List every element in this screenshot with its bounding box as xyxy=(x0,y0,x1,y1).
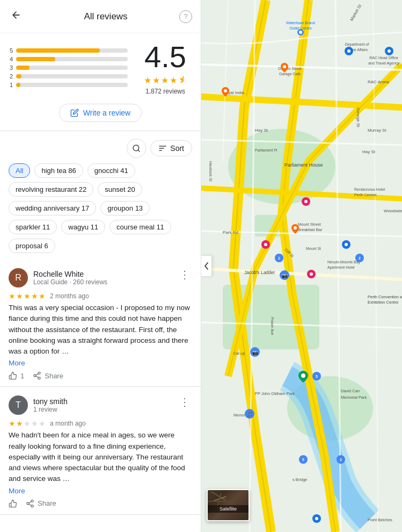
bar-track xyxy=(16,48,128,53)
map-collapse-button[interactable] xyxy=(201,255,212,277)
search-button[interactable] xyxy=(127,139,146,158)
filter-chip[interactable]: proposal 6 xyxy=(9,239,55,253)
svg-text:Mount Street: Mount Street xyxy=(298,222,321,227)
satellite-label: Satellite xyxy=(208,505,248,513)
svg-text:Hay St: Hay St xyxy=(362,149,376,154)
svg-text:George St: George St xyxy=(356,107,361,127)
svg-text:5: 5 xyxy=(302,458,304,462)
filter-chip[interactable]: wagyu 11 xyxy=(61,220,105,234)
review-actions: 1 Share xyxy=(9,371,192,380)
svg-text:Garage Cafe: Garage Cafe xyxy=(279,72,301,76)
filter-chip[interactable]: sunset 20 xyxy=(98,182,142,197)
review-stars: ★★★★★ xyxy=(9,292,46,300)
svg-text:Fraser Ave: Fraser Ave xyxy=(271,317,274,335)
svg-text:Watertown Brand: Watertown Brand xyxy=(286,21,315,25)
review-header: R Rochelle White Local Guide · 260 revie… xyxy=(9,268,192,287)
rating-score: 4.5 xyxy=(138,42,192,72)
star-half: ⯨ xyxy=(178,75,187,85)
reviewer-name: Rochelle White xyxy=(33,270,107,278)
rating-bar-row: 1 xyxy=(9,82,128,88)
map-panel: Watertown Brand Outlet Centre Watertown … xyxy=(201,0,402,532)
review-stars: ★★★★★ xyxy=(9,419,46,428)
svg-text:Mount St: Mount St xyxy=(306,247,321,250)
search-sort-row: Sort xyxy=(0,131,201,163)
sort-label: Sort xyxy=(170,144,184,153)
filter-chip[interactable]: sparkler 11 xyxy=(9,220,57,234)
rating-bar-row: 5 xyxy=(9,47,128,54)
svg-text:Point Belches: Point Belches xyxy=(368,517,392,522)
review-header: T tony smith 1 review ⋮ xyxy=(9,396,192,415)
write-review-button[interactable]: Write a review xyxy=(59,104,142,122)
svg-text:2: 2 xyxy=(340,458,342,462)
help-button[interactable]: ? xyxy=(179,10,192,23)
svg-point-91 xyxy=(345,243,348,246)
share-button[interactable]: Share xyxy=(26,499,56,508)
rating-stars: ★ ★ ★ ★ ⯨ xyxy=(138,75,192,85)
svg-text:Exhibition Centre: Exhibition Centre xyxy=(368,300,398,305)
svg-point-74 xyxy=(224,89,227,92)
bar-label: 3 xyxy=(9,64,13,71)
map-container: Watertown Brand Outlet Centre Watertown … xyxy=(201,0,402,532)
review-more-button[interactable]: ⋮ xyxy=(177,268,192,281)
share-icon xyxy=(26,499,34,508)
review-star: ★ xyxy=(24,292,31,300)
bar-label: 1 xyxy=(9,82,13,88)
svg-text:Rendezvous Hotel: Rendezvous Hotel xyxy=(354,188,385,191)
back-button[interactable] xyxy=(9,8,24,25)
like-button[interactable]: 1 xyxy=(9,371,24,380)
avatar: R xyxy=(9,268,28,287)
svg-point-89 xyxy=(310,272,313,276)
review-more-text-button[interactable]: More xyxy=(9,359,25,367)
share-button[interactable]: Share xyxy=(33,371,63,380)
review-card: T tony smith 1 review ⋮ ★★★★★ a month ag… xyxy=(0,387,201,514)
review-star: ★ xyxy=(16,419,23,428)
rating-bars: 5 4 3 2 1 xyxy=(9,47,128,90)
share-icon xyxy=(33,371,41,380)
svg-text:Havelock St: Havelock St xyxy=(209,161,213,181)
write-review-section: Write a review xyxy=(0,99,201,131)
svg-point-93 xyxy=(315,517,318,520)
svg-point-73 xyxy=(283,65,286,68)
bar-fill xyxy=(16,74,21,78)
satellite-button[interactable]: Satellite xyxy=(207,489,250,521)
svg-text:RAC Arena: RAC Arena xyxy=(368,80,390,84)
svg-point-72 xyxy=(299,31,302,34)
bar-fill xyxy=(16,66,30,70)
filter-chip[interactable]: revolving restaurant 22 xyxy=(9,182,93,197)
review-more-text-button[interactable]: More xyxy=(9,487,25,495)
bar-fill xyxy=(16,48,100,53)
chevron-left-icon xyxy=(204,262,209,270)
svg-text:Parliament House: Parliament House xyxy=(284,162,323,168)
filter-chip[interactable]: gnocchi 41 xyxy=(87,163,135,178)
reviewer-name: tony smith xyxy=(33,397,68,406)
review-star: ★ xyxy=(9,292,16,300)
filter-chip[interactable]: high tea 86 xyxy=(34,163,83,178)
filter-chip[interactable]: All xyxy=(9,163,30,178)
svg-text:5: 5 xyxy=(316,375,318,378)
bar-track xyxy=(16,83,128,87)
review-text: This was a very special occasion - I pro… xyxy=(9,303,192,357)
like-button[interactable] xyxy=(9,499,17,508)
svg-point-94 xyxy=(301,373,305,378)
review-star: ★ xyxy=(31,292,38,300)
svg-text:s Bridge: s Bridge xyxy=(293,477,308,482)
filter-chip[interactable]: groupon 13 xyxy=(100,201,150,215)
star-3: ★ xyxy=(161,75,169,85)
svg-text:Memorial Park: Memorial Park xyxy=(341,395,367,400)
sort-button[interactable]: Sort xyxy=(150,140,192,156)
filter-chip[interactable]: course meal 11 xyxy=(109,220,171,234)
review-more-button[interactable]: ⋮ xyxy=(177,396,192,408)
filter-chip[interactable]: wedding anniversary 17 xyxy=(9,201,96,215)
svg-point-85 xyxy=(388,49,391,53)
reviewer-info: R Rochelle White Local Guide · 260 revie… xyxy=(9,268,107,287)
bar-track xyxy=(16,57,128,61)
bar-label: 2 xyxy=(9,73,13,80)
star-4: ★ xyxy=(170,75,177,85)
svg-text:Car-up: Car-up xyxy=(233,351,245,356)
svg-text:Murray St: Murray St xyxy=(368,128,386,133)
svg-text:Nesuto.Mounts Bay: Nesuto.Mounts Bay xyxy=(327,260,361,264)
map-svg: Watertown Brand Outlet Centre Watertown … xyxy=(201,0,402,532)
avatar: T xyxy=(9,396,28,415)
reviews-panel: All reviews ? 5 4 3 2 1 4.5 xyxy=(0,0,201,532)
write-review-label: Write a review xyxy=(83,109,130,117)
